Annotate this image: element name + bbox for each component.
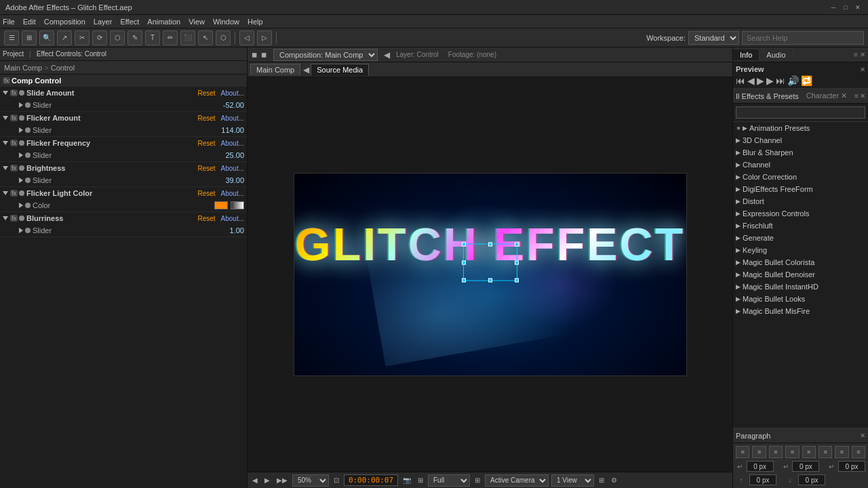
menu-animation[interactable]: Animation bbox=[147, 18, 180, 26]
handle-bl[interactable] bbox=[462, 279, 466, 283]
panel-menu-icon[interactable]: ≡ bbox=[854, 51, 858, 58]
handle-bm[interactable] bbox=[488, 279, 492, 283]
frame-back-button[interactable]: ◀ bbox=[250, 476, 260, 484]
tool-10[interactable]: ✏ bbox=[163, 30, 178, 45]
effects-item-animation-presets[interactable]: ★ ▶ Animation Presets bbox=[733, 122, 868, 134]
tool-12[interactable]: ↖ bbox=[198, 30, 213, 45]
brightness-row[interactable]: fx Brightness Reset About... bbox=[0, 162, 247, 174]
brightness-about[interactable]: About... bbox=[221, 165, 244, 172]
flicker-color-sub-row[interactable]: Color bbox=[0, 199, 247, 211]
brightness-slider-row[interactable]: Slider 39.00 bbox=[0, 174, 247, 186]
align-left-button[interactable]: ≡ bbox=[736, 446, 749, 458]
prev-first-button[interactable]: ⏮ bbox=[736, 76, 745, 85]
color-swatch-gradient[interactable] bbox=[231, 201, 244, 209]
effect-controls-tab[interactable]: Effect Controls: Control bbox=[37, 50, 106, 58]
search-help-input[interactable] bbox=[742, 31, 864, 45]
flicker-amount-about[interactable]: About... bbox=[221, 115, 244, 122]
audio-tab[interactable]: Audio bbox=[760, 49, 793, 60]
handle-tm[interactable] bbox=[488, 243, 492, 247]
menu-file[interactable]: File bbox=[3, 18, 15, 26]
settings-icon[interactable]: ⚙ bbox=[609, 476, 619, 484]
close-button[interactable]: ✕ bbox=[853, 3, 863, 12]
tool-5[interactable]: ✂ bbox=[75, 30, 90, 45]
quality-select[interactable]: Full Half Quarter bbox=[428, 474, 470, 487]
effects-item-generate[interactable]: ▶ Generate bbox=[733, 232, 868, 244]
flicker-freq-reset[interactable]: Reset bbox=[197, 140, 215, 147]
snap-icon[interactable]: ⊞ bbox=[416, 476, 425, 484]
effects-item-mb-colorista[interactable]: ▶ Magic Bullet Colorista bbox=[733, 256, 868, 268]
effects-item-mb-denoiser[interactable]: ▶ Magic Bullet Denoiser bbox=[733, 268, 868, 281]
blurriness-reset[interactable]: Reset bbox=[197, 215, 215, 222]
slide-amount-about[interactable]: About... bbox=[221, 89, 244, 97]
tool-15[interactable]: ▷ bbox=[257, 30, 272, 45]
blurriness-row[interactable]: fx Blurriness Reset About... bbox=[0, 212, 247, 224]
flicker-frequency-row[interactable]: fx Flicker Frequency Reset About... bbox=[0, 137, 247, 149]
flicker-color-reset[interactable]: Reset bbox=[197, 190, 215, 197]
align-center-button[interactable]: ≡ bbox=[752, 446, 766, 458]
view-select[interactable]: 1 View 2 Views bbox=[551, 474, 594, 487]
panel-close-icon[interactable]: ✕ bbox=[860, 51, 865, 58]
more-icon[interactable]: ⊞ bbox=[597, 476, 606, 484]
effects-item-3d-channel[interactable]: ▶ 3D Channel bbox=[733, 134, 868, 146]
effects-item-channel[interactable]: ▶ Channel bbox=[733, 159, 868, 171]
menu-view[interactable]: View bbox=[189, 18, 205, 26]
character-tab-btn[interactable]: Character ✕ bbox=[806, 92, 847, 100]
indent-button[interactable]: ≡ bbox=[835, 446, 848, 458]
info-tab[interactable]: Info bbox=[733, 49, 760, 60]
zoom-select[interactable]: 50% 100% bbox=[292, 474, 329, 487]
tool-2[interactable]: ⊞ bbox=[22, 30, 37, 45]
prev-loop-button[interactable]: 🔁 bbox=[801, 76, 812, 85]
cam-icon[interactable]: 📷 bbox=[401, 476, 413, 484]
first-indent-input[interactable] bbox=[838, 461, 865, 472]
menu-layer[interactable]: Layer bbox=[94, 18, 113, 26]
camera-select[interactable]: Active Camera bbox=[485, 474, 549, 487]
slide-amount-slider-row[interactable]: Slider -52.00 bbox=[0, 99, 247, 111]
handle-tl[interactable] bbox=[462, 243, 466, 247]
menu-edit[interactable]: Edit bbox=[23, 18, 36, 26]
effects-item-keying[interactable]: ▶ Keyling bbox=[733, 244, 868, 256]
space-before-input[interactable] bbox=[749, 474, 776, 485]
menu-composition[interactable]: Composition bbox=[44, 18, 85, 26]
menu-help[interactable]: Help bbox=[248, 18, 263, 26]
space-after-input[interactable] bbox=[798, 474, 825, 485]
fit-icon[interactable]: ⊡ bbox=[332, 476, 341, 484]
flicker-amount-row[interactable]: fx Flicker Amount Reset About... bbox=[0, 112, 247, 124]
tool-13[interactable]: ⬡ bbox=[216, 30, 231, 45]
tool-4[interactable]: ↗ bbox=[57, 30, 72, 45]
indent-right-input[interactable] bbox=[792, 461, 819, 472]
effects-search-input[interactable] bbox=[736, 106, 865, 119]
justify-all-button[interactable]: ≡ bbox=[802, 446, 816, 458]
tool-11[interactable]: ⬛ bbox=[180, 30, 195, 45]
tool-8[interactable]: ✎ bbox=[127, 30, 142, 45]
slide-amount-reset[interactable]: Reset bbox=[197, 89, 215, 97]
justify-button[interactable]: ≡ bbox=[785, 446, 799, 458]
effects-item-mb-looks[interactable]: ▶ Magic Bullet Looks bbox=[733, 293, 868, 305]
indent-left-input[interactable] bbox=[747, 461, 774, 472]
indent2-button[interactable]: ≡ bbox=[852, 446, 865, 458]
tool-3[interactable]: 🔍 bbox=[39, 30, 54, 45]
justify-last-button[interactable]: ≡ bbox=[818, 446, 832, 458]
effects-item-frischluft[interactable]: ▶ Frischluft bbox=[733, 220, 868, 232]
prev-fwd-button[interactable]: ▶ bbox=[766, 76, 774, 85]
tool-14[interactable]: ◁ bbox=[239, 30, 254, 45]
project-tab[interactable]: Project bbox=[3, 50, 24, 58]
tool-7[interactable]: ⬡ bbox=[110, 30, 125, 45]
effects-item-mb-instanthd[interactable]: ▶ Magic Bullet InstantHD bbox=[733, 281, 868, 293]
handle-tr[interactable] bbox=[515, 243, 519, 247]
menu-effect[interactable]: Effect bbox=[120, 18, 139, 26]
preview-close-icon[interactable]: ✕ bbox=[860, 66, 865, 73]
flicker-amount-slider-row[interactable]: Slider 114.00 bbox=[0, 124, 247, 136]
comp-tab-source[interactable]: Source Media bbox=[311, 64, 369, 76]
comp-tab-main[interactable]: Main Comp bbox=[250, 64, 300, 75]
flicker-amount-reset[interactable]: Reset bbox=[197, 115, 215, 122]
effects-item-distort[interactable]: ▶ Distort bbox=[733, 195, 868, 207]
handle-mr[interactable] bbox=[515, 260, 519, 264]
effects-item-color[interactable]: ▶ Color Correction bbox=[733, 171, 868, 183]
handle-ml[interactable] bbox=[462, 260, 466, 264]
prev-last-button[interactable]: ⏭ bbox=[776, 76, 785, 85]
menu-window[interactable]: Window bbox=[213, 18, 239, 26]
align-right-button[interactable]: ≡ bbox=[769, 446, 783, 458]
effects-item-mb-misfire[interactable]: ▶ Magic Bullet MisFire bbox=[733, 305, 868, 317]
flicker-light-color-row[interactable]: fx Flicker Light Color Reset About... bbox=[0, 187, 247, 199]
effects-item-blur[interactable]: ▶ Blur & Sharpen bbox=[733, 146, 868, 159]
